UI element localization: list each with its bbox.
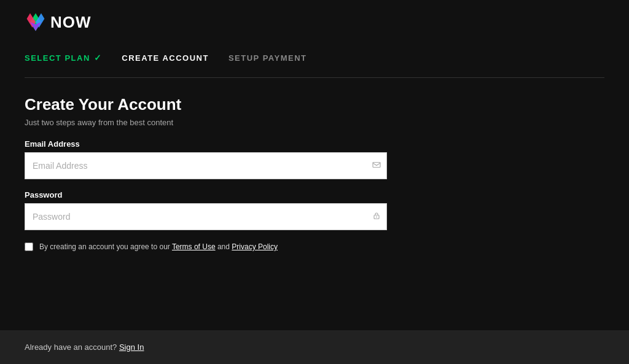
footer: Already have an account? Sign In (0, 330, 629, 364)
password-label: Password (25, 190, 387, 199)
create-account-form: Email Address Password (25, 139, 387, 252)
email-input-wrapper (25, 152, 387, 179)
univision-logo-icon (25, 11, 47, 33)
email-form-group: Email Address (25, 139, 387, 179)
footer-text: Already have an account? Sign In (25, 343, 144, 352)
terms-label: By creating an account you agree to our … (39, 241, 278, 252)
svg-rect-4 (373, 163, 380, 168)
header: NOW (25, 0, 604, 42)
password-form-group: Password (25, 190, 387, 230)
email-input[interactable] (25, 152, 387, 179)
svg-point-6 (376, 217, 377, 218)
terms-mid-text: and (216, 242, 232, 251)
logo-text: NOW (50, 13, 92, 32)
step-create-account[interactable]: CREATE ACCOUNT (122, 53, 209, 63)
terms-pre-text: By creating an account you agree to our (39, 242, 172, 251)
password-input[interactable] (25, 203, 387, 230)
footer-pre-text: Already have an account? (25, 343, 119, 352)
terms-of-use-link[interactable]: Terms of Use (172, 242, 216, 251)
privacy-policy-link[interactable]: Privacy Policy (232, 242, 278, 251)
page-subtitle: Just two steps away from the best conten… (25, 118, 604, 127)
step-select-plan-label: SELECT PLAN (25, 53, 90, 63)
checkmark-icon: ✓ (94, 53, 103, 63)
steps-navigation: SELECT PLAN ✓ CREATE ACCOUNT SETUP PAYME… (25, 42, 604, 78)
step-setup-payment-label: SETUP PAYMENT (229, 53, 307, 63)
step-create-account-label: CREATE ACCOUNT (122, 53, 209, 63)
password-field-icon (372, 212, 381, 222)
page-title-section: Create Your Account Just two steps away … (25, 78, 604, 139)
terms-checkbox-row: By creating an account you agree to our … (25, 241, 387, 252)
email-label: Email Address (25, 139, 387, 149)
email-field-icon (372, 161, 381, 171)
step-setup-payment[interactable]: SETUP PAYMENT (229, 53, 307, 63)
terms-checkbox[interactable] (25, 242, 33, 251)
password-input-wrapper (25, 203, 387, 230)
step-select-plan[interactable]: SELECT PLAN ✓ (25, 53, 102, 63)
sign-in-link[interactable]: Sign In (119, 343, 144, 352)
page-title: Create Your Account (25, 95, 604, 114)
logo[interactable]: NOW (25, 11, 92, 33)
